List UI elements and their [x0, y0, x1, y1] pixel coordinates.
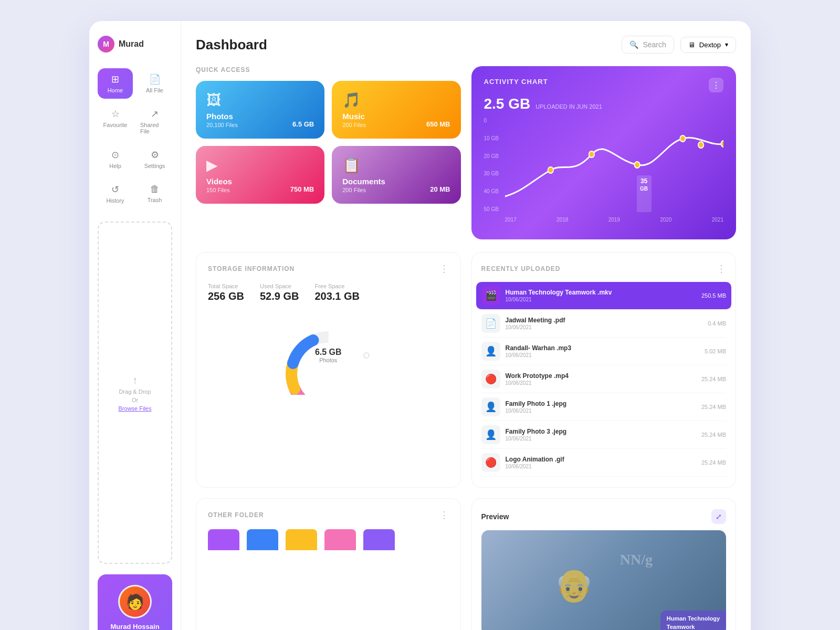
- quick-card-videos[interactable]: ▶ Videos 150 Files 750 MB: [196, 146, 324, 204]
- chart-header: ACTIVITY CHART ⋮: [484, 78, 724, 92]
- preview-expand-button[interactable]: ⤢: [711, 509, 726, 524]
- recent-card: RECENTLY UPLOADED ⋮ 🎬 Human Technology T…: [471, 252, 737, 488]
- recent-thumb: 👤: [481, 342, 500, 361]
- recent-thumb: 🎬: [481, 286, 500, 305]
- user-full-name: Murad Hossain: [104, 623, 166, 630]
- middle-section: STORAGE INFORMATION ⋮ Total Space 256 GB…: [196, 252, 736, 488]
- header: Dashboard 🔍 Search 🖥 Dextop ▾: [196, 36, 736, 54]
- recent-item[interactable]: 📄 Jadwal Meeting .pdf 10/06/2021 0.4 MB: [481, 310, 727, 338]
- sidebar-item-trash[interactable]: 🗑Trash: [137, 178, 172, 209]
- sidebar-label-shared-file: Shared File: [140, 122, 169, 134]
- sidebar-label-all-file: All File: [146, 87, 163, 93]
- recent-info: Work Prototype .mp4 10/06/2021: [506, 372, 696, 386]
- other-folder-header: OTHER FOLDER ⋮: [208, 509, 449, 521]
- search-icon: 🔍: [629, 40, 638, 49]
- svg-point-10: [364, 353, 369, 358]
- preview-header: Preview ⤢: [481, 509, 727, 524]
- total-label: Total Space: [208, 283, 244, 289]
- documents-icon: 📋: [342, 156, 450, 174]
- recent-name: Family Photo 1 .jepg: [506, 400, 696, 407]
- sidebar-item-history[interactable]: ↺History: [98, 178, 133, 209]
- preview-overlay: Human Technology Teamwork: [660, 611, 726, 630]
- quick-card-music[interactable]: 🎵 Music 200 Files 650 MB: [332, 81, 460, 139]
- folder-bar-4[interactable]: [363, 529, 395, 550]
- storage-header: STORAGE INFORMATION ⋮: [208, 263, 449, 275]
- storage-more-button[interactable]: ⋮: [439, 263, 449, 275]
- preview-watermark: NN/g: [620, 551, 653, 568]
- svg-point-1: [589, 151, 594, 158]
- sidebar-item-favourite[interactable]: ☆Favourite: [98, 103, 133, 140]
- recent-item[interactable]: 🎬 Human Technology Teamwork .mkv 10/06/2…: [476, 282, 732, 310]
- sidebar-item-all-file[interactable]: 📄All File: [137, 68, 172, 99]
- recent-item[interactable]: 👤 Family Photo 3 .jepg 10/06/2021 25.24 …: [481, 421, 727, 449]
- folder-bar-3[interactable]: [324, 529, 356, 550]
- app-container: M Murad ⊞Home📄All File☆Favourite↗Shared …: [89, 21, 751, 630]
- music-files: 200 Files: [342, 122, 366, 128]
- recent-thumb: 📄: [481, 314, 500, 333]
- recent-info: Family Photo 1 .jepg 10/06/2021: [506, 400, 696, 414]
- folder-bar-2[interactable]: [286, 529, 317, 550]
- photos-icon: 🖼: [206, 91, 314, 109]
- recent-thumb: 🔴: [481, 370, 500, 388]
- sidebar-item-home[interactable]: ⊞Home: [98, 68, 133, 99]
- recent-size: 25.24 MB: [701, 432, 726, 438]
- recent-item[interactable]: 👤 Randall- Warhan .mp3 10/06/2021 5.02 M…: [481, 338, 727, 365]
- sidebar: M Murad ⊞Home📄All File☆Favourite↗Shared …: [89, 21, 181, 630]
- recent-more-button[interactable]: ⋮: [717, 263, 726, 275]
- logo-name: Murad: [119, 39, 144, 49]
- favourite-icon: ☆: [111, 108, 120, 120]
- music-size: 650 MB: [426, 120, 450, 128]
- music-name: Music: [342, 112, 366, 121]
- browse-files-link[interactable]: Browse Files: [119, 405, 152, 412]
- recent-item[interactable]: 👤 Family Photo 1 .jepg 10/06/2021 25.24 …: [481, 393, 727, 421]
- recent-info: Randall- Warhan .mp3 10/06/2021: [506, 344, 700, 358]
- user-dropdown[interactable]: 🖥 Dextop ▾: [680, 37, 736, 53]
- folder-bars: [208, 529, 449, 550]
- folder-bar-1[interactable]: [247, 529, 278, 550]
- recent-info: Logo Animation .gif 10/06/2021: [506, 456, 696, 469]
- photos-bottom: Photos 20,100 Files 6.5 GB: [206, 112, 314, 128]
- free-label: Free Space: [314, 283, 360, 289]
- nav-grid: ⊞Home📄All File☆Favourite↗Shared File⊙Hel…: [98, 68, 172, 209]
- used-value: 52.9 GB: [260, 290, 299, 302]
- recent-size: 25.24 MB: [701, 404, 726, 410]
- preview-card: Preview ⤢ NN/g 👴 ▶ Human Technology Team…: [471, 498, 737, 630]
- chart-area: 50 GB 40 GB 30 GB 20 GB 10 GB 0 35GB: [484, 118, 724, 223]
- recent-size: 250.5 MB: [701, 292, 726, 299]
- svg-point-5: [721, 141, 723, 147]
- svg-point-3: [680, 135, 685, 142]
- drag-drop-area[interactable]: ↑ Drag & Drop Or Browse Files: [98, 222, 172, 564]
- recent-date: 10/06/2021: [506, 380, 696, 386]
- help-icon: ⊙: [111, 149, 119, 161]
- documents-files: 200 Files: [342, 187, 385, 193]
- sidebar-item-settings[interactable]: ⚙Settings: [137, 144, 172, 174]
- recent-name: Logo Animation .gif: [506, 456, 696, 463]
- sidebar-item-shared-file[interactable]: ↗Shared File: [137, 103, 172, 140]
- video-subtitle: Teamwork: [667, 624, 695, 630]
- bottom-section: OTHER FOLDER ⋮ Preview ⤢ NN/g 👴 ▶ Huma: [196, 498, 736, 630]
- preview-image: NN/g 👴 ▶ Human Technology Teamwork: [481, 530, 727, 630]
- used-label: Used Space: [260, 283, 299, 289]
- activity-chart-card: ACTIVITY CHART ⋮ 2.5 GB UPLOADED IN JUN …: [471, 66, 737, 239]
- recent-size: 5.02 MB: [705, 348, 726, 354]
- recent-date: 10/06/2021: [506, 352, 700, 358]
- chart-more-button[interactable]: ⋮: [709, 78, 723, 92]
- main-content: Dashboard 🔍 Search 🖥 Dextop ▾ QUICK ACCE…: [181, 21, 751, 630]
- recent-item[interactable]: 🔴 Work Prototype .mp4 10/06/2021 25.24 M…: [481, 365, 727, 393]
- search-box[interactable]: 🔍 Search: [622, 36, 674, 54]
- sidebar-item-help[interactable]: ⊙Help: [98, 144, 133, 174]
- logo-circle: M: [98, 36, 114, 52]
- folder-bar-0[interactable]: [208, 529, 239, 550]
- svg-point-4: [698, 142, 703, 148]
- recent-info: Family Photo 3 .jepg 10/06/2021: [506, 428, 696, 442]
- recent-date: 10/06/2021: [506, 324, 703, 330]
- recent-item[interactable]: 🔴 Logo Animation .gif 10/06/2021 25.24 M…: [481, 449, 727, 477]
- recent-date: 10/06/2021: [506, 464, 696, 469]
- other-folder-more[interactable]: ⋮: [439, 509, 449, 521]
- svg-point-2: [634, 162, 639, 168]
- quick-card-documents[interactable]: 📋 Documents 200 Files 20 MB: [332, 146, 460, 204]
- quick-access-section: QUICK ACCESS 🖼 Photos 20,100 Files 6.5 G…: [196, 66, 461, 239]
- donut-type: Photos: [315, 357, 342, 363]
- chart-gb-label: UPLOADED IN JUN 2021: [536, 103, 602, 110]
- quick-card-photos[interactable]: 🖼 Photos 20,100 Files 6.5 GB: [196, 81, 324, 139]
